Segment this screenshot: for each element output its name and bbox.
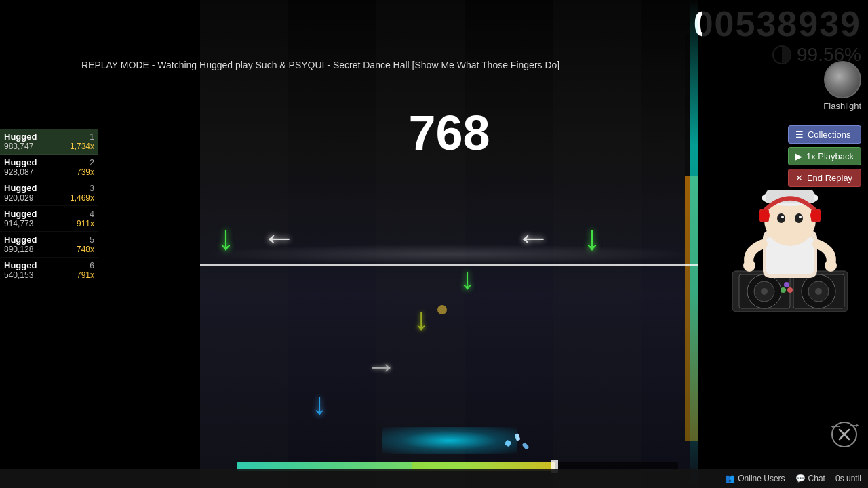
lb-combo-4: 911x (77, 219, 94, 228)
playback-icon: ▶ (795, 151, 802, 161)
collections-button[interactable]: ☰ Collections (788, 125, 861, 144)
lb-name-2: Hugged (4, 157, 37, 167)
leaderboard-entry-3: Hugged 3 920,029 1,469x (0, 180, 98, 206)
end-replay-icon: ✕ (795, 173, 803, 183)
svg-point-5 (761, 288, 768, 295)
right-panel: Flashlight ☰ Collections ▶ 1x Playback ✕… (702, 0, 868, 488)
falling-note-2: ↓ (414, 302, 429, 337)
game-area: 768 ↓ ← ← ↓ ↓ ↓ → ↓ (200, 0, 698, 488)
lb-name-1: Hugged (4, 131, 37, 142)
lb-rank-4: 4 (90, 209, 94, 219)
lb-score-1: 983,747 (4, 142, 33, 151)
hit-explosion (382, 427, 517, 454)
leaderboard-entry-4: Hugged 4 914,773 911x (0, 206, 98, 232)
leaderboard-entry-2: Hugged 2 928,087 739x (0, 155, 98, 180)
flashlight-icon (824, 61, 861, 98)
lb-name-4: Hugged (4, 209, 37, 219)
flashlight-area: Flashlight (823, 61, 861, 111)
lb-score-3: 920,029 (4, 193, 33, 203)
playback-button[interactable]: ▶ 1x Playback (788, 147, 861, 165)
svg-point-18 (795, 214, 803, 223)
svg-point-8 (815, 288, 822, 295)
collections-label: Collections (808, 129, 851, 140)
chat-button[interactable]: 💬 Chat (795, 474, 825, 483)
arrow-col3: ← (515, 217, 551, 258)
online-users-label: Online Users (738, 474, 785, 483)
lb-rank-6: 6 (90, 261, 94, 270)
skip-timer: 0s until (835, 474, 861, 483)
lb-combo-3: 1,469x (70, 193, 94, 203)
lb-name-3: Hugged (4, 183, 37, 193)
replay-buttons: ☰ Collections ▶ 1x Playback ✕ End Replay (788, 125, 861, 187)
svg-point-26 (825, 260, 837, 272)
chat-icon: 💬 (795, 474, 806, 483)
lb-score-5: 890,128 (4, 245, 33, 254)
svg-point-25 (743, 260, 755, 272)
lb-combo-2: 739x (77, 167, 94, 177)
svg-point-19 (781, 216, 784, 218)
end-replay-label: End Replay (807, 173, 852, 183)
lb-score-4: 914,773 (4, 219, 33, 228)
combo-display: 768 (408, 105, 490, 161)
svg-point-9 (784, 282, 789, 287)
lb-combo-1: 1,734x (70, 142, 94, 151)
svg-point-24 (810, 210, 821, 221)
lb-combo-5: 748x (77, 245, 94, 254)
svg-point-11 (781, 287, 786, 293)
arrow-col0: ↓ (217, 217, 235, 258)
arrow-col4: ↓ (583, 217, 601, 258)
mascot (726, 183, 854, 319)
lb-combo-6: 791x (77, 270, 94, 280)
lb-score-6: 540,153 (4, 270, 33, 280)
skip-timer-label: 0s until (835, 474, 861, 483)
leaderboard-entry-6: Hugged 6 540,153 791x (0, 258, 98, 283)
leaderboard-entry-5: Hugged 5 890,128 748x (0, 232, 98, 258)
svg-point-17 (777, 214, 785, 223)
cyan-bar (690, 0, 698, 488)
lb-name-5: Hugged (4, 235, 37, 245)
lb-score-2: 928,087 (4, 167, 33, 177)
lb-rank-5: 5 (90, 235, 94, 245)
flashlight-label: Flashlight (823, 101, 861, 111)
online-users-button[interactable]: 👥 Online Users (725, 474, 785, 483)
collections-icon: ☰ (795, 129, 804, 140)
lb-name-6: Hugged (4, 260, 37, 270)
replay-mode-text: REPLAY MODE - Watching Hugged play Such … (81, 60, 559, 70)
hit-line (200, 264, 698, 266)
lb-rank-3: 3 (90, 184, 94, 193)
falling-note-4: ↓ (312, 386, 328, 422)
falling-note-3: → (366, 349, 397, 384)
lb-rank-2: 2 (90, 158, 94, 167)
leaderboard: Hugged 1 983,747 1,734x Hugged 2 928,087… (0, 129, 98, 283)
svg-point-10 (787, 287, 793, 293)
falling-note-1: ↓ (460, 261, 475, 296)
arrow-col1: ← (261, 217, 296, 258)
close-x[interactable] (831, 421, 858, 451)
online-users-icon: 👥 (725, 474, 735, 483)
chat-label: Chat (808, 474, 825, 483)
lb-rank-1: 1 (90, 132, 94, 142)
leaderboard-entry-1: Hugged 1 983,747 1,734x (0, 129, 98, 155)
svg-point-23 (759, 210, 770, 221)
bottom-bar: 👥 Online Users 💬 Chat 0s until (0, 469, 868, 488)
svg-point-20 (799, 216, 802, 218)
playback-label: 1x Playback (806, 151, 854, 161)
